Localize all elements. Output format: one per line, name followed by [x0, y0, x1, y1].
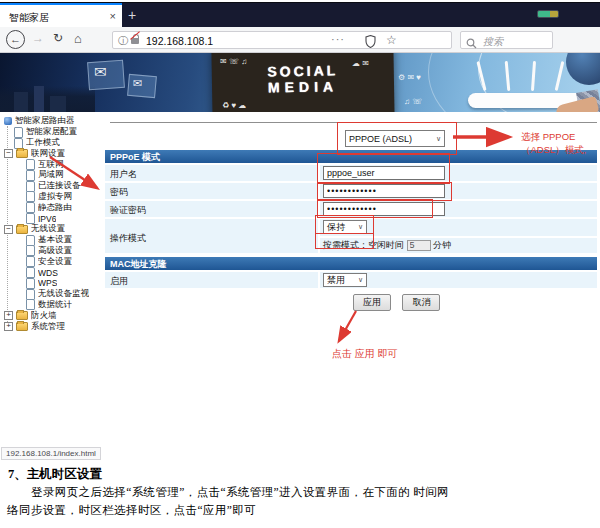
sidebar-item-15[interactable]: WPS	[2, 278, 105, 289]
back-button[interactable]: ←	[6, 30, 25, 49]
column-divider	[318, 183, 320, 199]
chevron-down-icon: ∨	[436, 135, 441, 143]
shield-icon[interactable]	[365, 34, 376, 52]
doc-icon	[26, 278, 35, 289]
tab-close-icon[interactable]: ×	[110, 10, 116, 22]
sidebar-item-label: WDS	[38, 268, 58, 278]
document-heading: 7、主机时区设置	[8, 466, 102, 483]
doc-icon	[26, 159, 35, 170]
mac-enable-select[interactable]: 禁用 ∨	[323, 273, 367, 287]
sidebar-item-label: 安全设置	[38, 256, 72, 268]
sidebar-item-11[interactable]: 基本设置	[2, 235, 105, 246]
site-info-icon[interactable]: ⓘ	[118, 34, 128, 48]
folder-icon	[16, 149, 28, 158]
sidebar-item-16[interactable]: 无线设备监视	[2, 289, 105, 300]
sidebar-item-10[interactable]: −无线设置	[2, 224, 105, 235]
sidebar-item-label: 静态路由	[38, 202, 72, 214]
forward-button[interactable]: →	[32, 31, 44, 45]
router-icon	[4, 117, 12, 125]
sidebar-item-label: WPS	[38, 278, 57, 288]
sidebar-item-6[interactable]: 已连接设备	[2, 181, 105, 192]
pppoe-section-header: PPPoE 模式	[105, 150, 597, 163]
cancel-button[interactable]: 取消	[402, 294, 440, 311]
verify-password-row: 验证密码	[105, 201, 597, 217]
wan-type-select[interactable]: PPPOE (ADSL) ∨	[345, 130, 445, 147]
tree-collapse-icon[interactable]: −	[4, 149, 13, 158]
sidebar-item-1[interactable]: 智能家居配置	[2, 127, 105, 138]
mac-enable-value: 禁用	[327, 274, 345, 287]
sidebar-item-14[interactable]: WDS	[2, 267, 105, 278]
password-label: 密码	[110, 186, 128, 199]
chalk-doodle-icon: ♻ ♥ ☁	[222, 101, 246, 110]
new-tab-icon[interactable]: +	[128, 7, 136, 23]
doc-icon	[26, 213, 35, 224]
doc-icon	[26, 235, 35, 246]
sidebar-item-0[interactable]: 智能家居路由器	[2, 116, 105, 127]
browser-tab-bar: 智能家居 × +	[0, 2, 600, 28]
ondemand-label: 按需模式：空闲时间	[323, 240, 404, 250]
chalk-doodle-icon: ♫ ☏	[404, 97, 422, 106]
chalk-doodle-icon: ☁ ✉	[352, 59, 369, 68]
column-divider	[318, 201, 320, 217]
tree-expand-icon[interactable]: +	[4, 322, 13, 331]
building-shape	[50, 96, 66, 112]
chevron-down-icon: ∨	[358, 223, 363, 231]
folder-icon	[16, 225, 28, 234]
screenshot-root: 智能家居 × + ← → ↻ ⌂ ⓘ 192.168.108.1 ··· ☆ 搜…	[0, 0, 600, 528]
home-button[interactable]: ⌂	[74, 31, 82, 46]
envelope-icon: ✉	[94, 63, 107, 81]
active-tab[interactable]: 智能家居 ×	[0, 3, 122, 28]
annotation-click-apply-note: 点击 应用 即可	[332, 347, 398, 361]
search-box[interactable]: 搜索	[460, 31, 553, 49]
banner-word-media: MEDIA	[212, 77, 394, 96]
status-link-preview: 192.168.108.1/index.html	[1, 447, 101, 460]
operation-mode-value: 保持	[327, 221, 345, 234]
sidebar-item-12[interactable]: 高级设置	[2, 246, 105, 257]
doc-icon	[26, 245, 35, 256]
sidebar-item-19[interactable]: +系统管理	[2, 321, 105, 332]
chalk-doodle-icon: ⚙ ✉ ♥	[398, 73, 421, 82]
verify-password-input[interactable]	[323, 202, 445, 216]
doc-icon	[14, 127, 23, 138]
doc-icon	[26, 170, 35, 181]
sidebar-item-4[interactable]: 互联网	[2, 159, 105, 170]
wan-type-value: PPPOE (ADSL)	[349, 134, 412, 144]
sidebar-item-label: IPV6	[38, 214, 56, 224]
sidebar-item-18[interactable]: +防火墙	[2, 310, 105, 321]
password-input[interactable]	[323, 184, 445, 198]
column-divider	[318, 165, 320, 181]
idle-time-input[interactable]	[407, 240, 431, 251]
router-page-banner: ✉ ✉ SOCIAL MEDIA ✉ ☏ ♫ ♻ ♥ ☁ ☁ ✉ ⚙ ✉ ♥ ♫…	[0, 53, 600, 112]
sidebar-item-7[interactable]: 虚拟专网	[2, 192, 105, 203]
pppoe-settings-table: PPPoE 模式 用户名 密码 验证密码 操作模式 保持 ∨ 按需模式：	[105, 150, 597, 288]
idle-unit-label: 分钟	[433, 240, 451, 250]
building-shape	[14, 92, 28, 112]
form-buttons: 应用 取消	[353, 291, 447, 311]
apply-button[interactable]: 应用	[353, 294, 391, 311]
bookmark-star-icon[interactable]: ☆	[386, 33, 397, 47]
refresh-button[interactable]: ↻	[53, 31, 63, 45]
username-row: 用户名	[105, 165, 597, 181]
sidebar-item-17[interactable]: 数据统计	[2, 300, 105, 311]
operation-mode-select[interactable]: 保持 ∨	[323, 220, 367, 234]
chevron-down-icon: ∨	[358, 276, 363, 284]
address-bar[interactable]: ⓘ 192.168.108.1 ··· ☆	[112, 31, 452, 49]
doc-icon	[26, 181, 35, 192]
subrow-divider	[320, 236, 597, 238]
mac-clone-section-header: MAC地址克隆	[105, 257, 597, 270]
doc-icon	[26, 202, 35, 213]
sidebar-item-13[interactable]: 安全设置	[2, 256, 105, 267]
search-icon	[466, 35, 477, 53]
sidebar-item-8[interactable]: 静态路由	[2, 202, 105, 213]
username-input[interactable]	[323, 166, 445, 180]
sidebar-item-9[interactable]: IPV6	[2, 213, 105, 224]
page-actions-icon[interactable]: ···	[331, 33, 345, 45]
sidebar-item-5[interactable]: 局域网	[2, 170, 105, 181]
ondemand-row: 按需模式：空闲时间 分钟	[323, 239, 451, 252]
tree-expand-icon[interactable]: +	[4, 311, 13, 320]
content-divider	[110, 122, 597, 123]
tree-collapse-icon[interactable]: −	[4, 225, 13, 234]
sidebar-item-2[interactable]: 工作模式	[2, 138, 105, 149]
sidebar-item-label: 系统管理	[31, 321, 65, 333]
sidebar-item-3[interactable]: −联网设置	[2, 148, 105, 159]
